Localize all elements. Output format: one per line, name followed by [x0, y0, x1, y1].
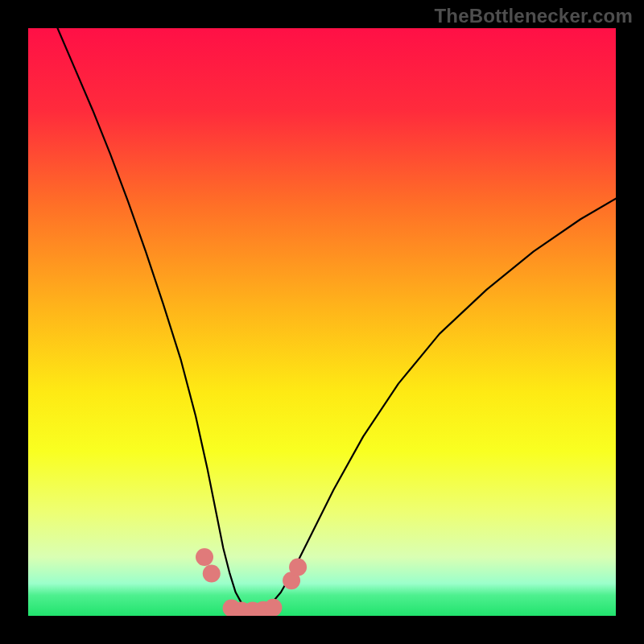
marker-8	[289, 558, 307, 576]
marker-1	[203, 564, 221, 582]
gradient-background	[28, 28, 616, 616]
plot-area	[28, 28, 616, 616]
chart-frame: TheBottlenecker.com	[0, 0, 644, 644]
marker-0	[196, 548, 213, 566]
marker-6	[264, 599, 282, 616]
watermark-text: TheBottlenecker.com	[434, 5, 633, 27]
bottleneck-chart	[28, 28, 616, 616]
